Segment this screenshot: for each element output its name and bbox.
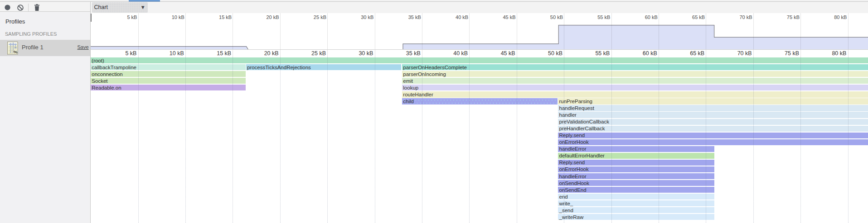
svg-text:%: %	[14, 49, 18, 54]
